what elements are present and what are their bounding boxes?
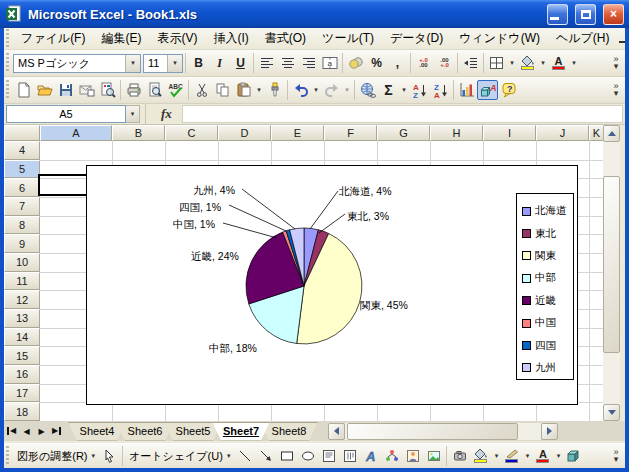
minimize-button[interactable] xyxy=(547,4,568,25)
autosum-dropdown[interactable]: ▾ xyxy=(399,80,409,100)
row-header-13[interactable]: 13 xyxy=(4,309,40,328)
menu-view[interactable]: 表示(V) xyxy=(149,28,205,49)
print-preview-button[interactable] xyxy=(144,80,165,100)
menu-window[interactable]: ウィンドウ(W) xyxy=(451,28,548,49)
maximize-button[interactable] xyxy=(575,4,596,25)
toolbar-options-button[interactable]: »▾ xyxy=(608,444,624,468)
sort-ascending-button[interactable]: AZ xyxy=(409,80,430,100)
fill-color-dropdown[interactable]: ▾ xyxy=(538,53,548,73)
menu-edit[interactable]: 編集(E) xyxy=(93,28,149,49)
draw-fill-color-dropdown[interactable]: ▾ xyxy=(491,446,501,466)
legend-item[interactable]: 北海道 xyxy=(522,200,573,222)
toolbar-grip[interactable] xyxy=(6,80,9,100)
select-objects-button[interactable] xyxy=(99,446,120,466)
chart-legend[interactable]: 北海道東北関東中部近畿中国四国九州 xyxy=(516,193,574,380)
hyperlink-button[interactable] xyxy=(357,80,378,100)
chevron-down-icon[interactable]: ▾ xyxy=(167,55,182,72)
3d-style-button[interactable] xyxy=(563,446,584,466)
draw-font-color-dropdown[interactable]: ▾ xyxy=(553,446,563,466)
autosum-button[interactable]: Σ xyxy=(378,80,399,100)
underline-button[interactable]: U xyxy=(230,53,251,73)
row-header-16[interactable]: 16 xyxy=(4,365,40,384)
toolbar-grip[interactable] xyxy=(6,446,9,466)
pie-data-label[interactable]: 九州, 4% xyxy=(193,184,235,198)
borders-button[interactable] xyxy=(486,53,507,73)
search-button[interactable] xyxy=(97,80,118,100)
paste-button[interactable] xyxy=(233,80,254,100)
column-header-A[interactable]: A xyxy=(40,125,112,141)
vertical-scroll-thumb[interactable] xyxy=(603,176,620,353)
copy-button[interactable] xyxy=(212,80,233,100)
arrow-tool-button[interactable] xyxy=(255,446,276,466)
legend-item[interactable]: 中部 xyxy=(522,267,573,289)
wordart-button[interactable]: A xyxy=(360,446,381,466)
text-box-button[interactable] xyxy=(318,446,339,466)
chart-object[interactable]: 北海道, 4%東北, 3%関東, 45%中部, 18%近畿, 24%中国, 1%… xyxy=(86,165,578,405)
pie-data-label[interactable]: 東北, 3% xyxy=(347,210,389,224)
menu-insert[interactable]: 挿入(I) xyxy=(205,28,256,49)
diagram-button[interactable] xyxy=(381,446,402,466)
vertical-scrollbar[interactable] xyxy=(603,125,620,421)
oval-tool-button[interactable] xyxy=(297,446,318,466)
toolbar-options-button[interactable]: »▾ xyxy=(608,78,624,102)
pie-data-label[interactable]: 関東, 45% xyxy=(360,299,408,313)
draw-fill-color-button[interactable] xyxy=(470,446,491,466)
menu-tools[interactable]: ツール(T) xyxy=(314,28,382,49)
column-header-H[interactable]: H xyxy=(430,125,483,141)
toolbar-grip[interactable] xyxy=(6,29,9,49)
formula-input[interactable] xyxy=(182,105,623,123)
column-header-K[interactable]: K xyxy=(589,125,603,141)
bold-button[interactable]: B xyxy=(188,53,209,73)
column-header-F[interactable]: F xyxy=(324,125,377,141)
camera-button[interactable] xyxy=(449,446,470,466)
format-painter-button[interactable] xyxy=(264,80,285,100)
toolbar-options-button[interactable]: »▾ xyxy=(608,51,624,75)
clip-art-button[interactable] xyxy=(402,446,423,466)
comma-style-button[interactable]: , xyxy=(387,53,408,73)
pie-data-label[interactable]: 北海道, 4% xyxy=(339,185,392,199)
row-header-12[interactable]: 12 xyxy=(4,290,40,309)
redo-button[interactable] xyxy=(321,80,342,100)
row-header-6[interactable]: 6 xyxy=(4,178,40,197)
undo-button[interactable] xyxy=(290,80,311,100)
save-button[interactable] xyxy=(55,80,76,100)
drawing-button[interactable]: A xyxy=(477,80,498,100)
pie-data-label[interactable]: 近畿, 24% xyxy=(191,250,239,264)
column-header-G[interactable]: G xyxy=(377,125,430,141)
increase-decimal-button[interactable]: +.0.00 xyxy=(413,53,434,73)
sheet-tab-sheet6[interactable]: Sheet6 xyxy=(116,422,174,441)
menu-file[interactable]: ファイル(F) xyxy=(13,28,93,49)
column-header-B[interactable]: B xyxy=(112,125,165,141)
horizontal-scroll-thumb[interactable] xyxy=(347,423,518,440)
legend-item[interactable]: 四国 xyxy=(522,334,573,356)
scroll-down-button[interactable] xyxy=(603,404,620,421)
decrease-indent-button[interactable] xyxy=(460,53,481,73)
sheet-tab-sheet4[interactable]: Sheet4 xyxy=(68,422,126,441)
line-tool-button[interactable] xyxy=(234,446,255,466)
horizontal-scrollbar[interactable] xyxy=(328,423,558,440)
column-header-I[interactable]: I xyxy=(483,125,536,141)
close-button[interactable]: × xyxy=(603,4,624,25)
sheet-tab-sheet7[interactable]: Sheet7 xyxy=(212,422,270,441)
italic-button[interactable]: I xyxy=(209,53,230,73)
row-header-11[interactable]: 11 xyxy=(4,272,40,291)
draw-font-color-button[interactable]: A xyxy=(532,446,553,466)
column-header-J[interactable]: J xyxy=(536,125,589,141)
first-sheet-button[interactable]: ◀ xyxy=(4,423,19,440)
align-center-button[interactable] xyxy=(277,53,298,73)
row-header-5[interactable]: 5 xyxy=(4,160,40,179)
font-color-dropdown[interactable]: ▾ xyxy=(569,53,579,73)
borders-dropdown[interactable]: ▾ xyxy=(507,53,517,73)
row-header-4[interactable]: 4 xyxy=(4,141,40,160)
row-header-17[interactable]: 17 xyxy=(4,384,40,403)
legend-item[interactable]: 東北 xyxy=(522,222,573,244)
next-sheet-button[interactable]: ▶ xyxy=(34,423,49,440)
legend-item[interactable]: 関東 xyxy=(522,245,573,267)
redo-dropdown[interactable]: ▾ xyxy=(342,80,352,100)
merge-center-button[interactable]: a xyxy=(319,53,340,73)
row-header-7[interactable]: 7 xyxy=(4,197,40,216)
percent-style-button[interactable]: % xyxy=(366,53,387,73)
cut-button[interactable] xyxy=(191,80,212,100)
row-header-8[interactable]: 8 xyxy=(4,216,40,235)
pie-data-label[interactable]: 四国, 1% xyxy=(179,201,221,215)
